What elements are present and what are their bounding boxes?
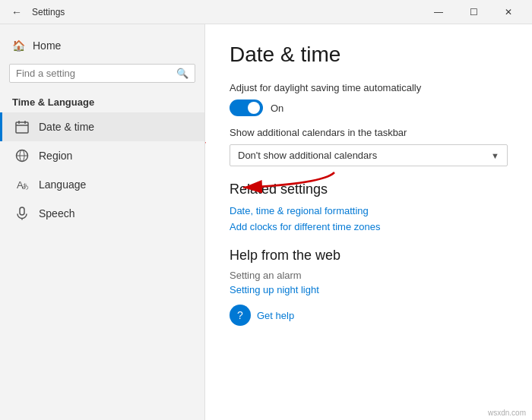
calendar-label: Show additional calendars in the taskbar [230, 127, 508, 138]
close-button[interactable]: ✕ [491, 0, 526, 24]
daylight-label: Adjust for daylight saving time automati… [230, 82, 508, 93]
sidebar-item-region[interactable]: Region [0, 141, 204, 170]
watermark: wsxdn.com [488, 409, 526, 417]
setting-alarm-label: Setting an alarm [230, 270, 508, 281]
maximize-button[interactable]: ☐ [456, 0, 491, 24]
help-section: Help from the web Setting an alarm Setti… [230, 248, 508, 326]
calendar-dropdown[interactable]: Don't show additional calendars ▼ [230, 144, 508, 166]
speech-icon [14, 206, 30, 221]
get-help-row: ? Get help [230, 305, 508, 326]
night-light-link[interactable]: Setting up night light [230, 284, 508, 295]
titlebar: ← Settings — ☐ ✕ [0, 0, 532, 24]
page-title: Date & time [230, 43, 508, 67]
sidebar-item-date-time[interactable]: Date & time [0, 112, 204, 141]
back-button[interactable]: ← [6, 2, 27, 23]
sidebar-item-language[interactable]: A あ Language [0, 170, 204, 199]
add-clocks-link[interactable]: Add clocks for different time zones [230, 221, 508, 232]
svg-text:あ: あ [22, 182, 29, 190]
window-controls: — ☐ ✕ [421, 0, 526, 24]
sidebar: 🏠 Home 🔍 Time & Language Date & time [0, 24, 205, 420]
main-content: Date & time Adjust for daylight saving t… [205, 24, 532, 420]
sidebar-item-speech[interactable]: Speech [0, 199, 204, 228]
search-icon: 🔍 [176, 68, 188, 79]
date-time-icon [14, 119, 30, 134]
app-body: 🏠 Home 🔍 Time & Language Date & time [0, 24, 532, 420]
toggle-state-label: On [271, 103, 283, 114]
search-input[interactable] [16, 68, 172, 79]
language-icon: A あ [14, 177, 30, 192]
home-icon: 🏠 [12, 39, 25, 52]
toggle-row: On [230, 99, 508, 116]
get-help-link[interactable]: Get help [257, 310, 294, 321]
search-box[interactable]: 🔍 [9, 64, 195, 83]
calendar-dropdown-row: Don't show additional calendars ▼ [230, 144, 508, 166]
related-settings-title: Related settings [230, 182, 508, 197]
help-section-title: Help from the web [230, 248, 508, 264]
get-help-icon: ? [230, 305, 251, 326]
svg-rect-9 [20, 207, 24, 215]
minimize-button[interactable]: — [421, 0, 456, 24]
regional-formatting-link[interactable]: Date, time & regional formatting [230, 205, 508, 216]
titlebar-title: Settings [32, 7, 65, 17]
region-icon [14, 148, 30, 163]
sidebar-section-label: Time & Language [0, 89, 204, 112]
daylight-toggle[interactable] [230, 99, 263, 116]
dropdown-arrow-icon: ▼ [491, 151, 499, 160]
svg-rect-0 [16, 122, 28, 133]
sidebar-home[interactable]: 🏠 Home [0, 33, 204, 58]
